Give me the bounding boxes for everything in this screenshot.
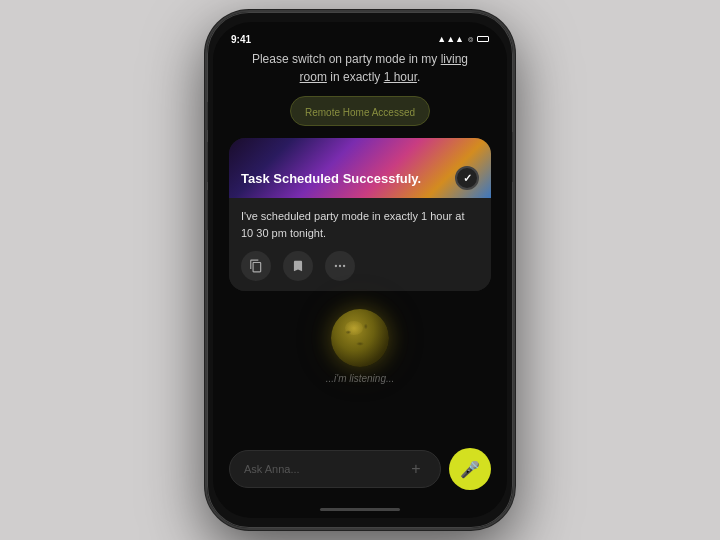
svg-point-1 [339,265,341,267]
microphone-icon: 🎤 [460,460,480,479]
home-indicator [213,500,507,518]
listening-container: ...i'm listening... [326,309,395,384]
message-duration: 1 hour [384,70,417,84]
task-check-icon: ✓ [455,166,479,190]
remote-home-pill: Remote Home Accessed [290,96,430,126]
message-middle: in exactly [327,70,384,84]
power-button [512,132,515,182]
content-area: Please switch on party mode in my living… [213,50,507,500]
more-button[interactable] [325,251,355,281]
phone-screen: 9:41 ▲▲▲ ⌾ Please switch on party mode i… [213,22,507,518]
status-icons: ▲▲▲ ⌾ [437,34,489,44]
top-message: Please switch on party mode in my living… [229,50,491,86]
copy-icon [249,259,263,273]
battery-icon [477,36,489,42]
orb-texture [331,309,389,367]
volume-up-button [205,142,208,182]
message-period: . [417,70,420,84]
mute-button [205,102,208,130]
bookmark-button[interactable] [283,251,313,281]
input-area: Ask Anna... + 🎤 [229,448,491,490]
wifi-icon: ⌾ [468,34,473,44]
task-card-actions [241,251,479,281]
text-input-container[interactable]: Ask Anna... + [229,450,441,488]
signal-icon: ▲▲▲ [437,34,464,44]
task-card: Task Scheduled Successfuly. ✓ I've sched… [229,138,491,291]
status-bar: 9:41 ▲▲▲ ⌾ [213,22,507,50]
svg-point-0 [335,265,337,267]
mic-button[interactable]: 🎤 [449,448,491,490]
volume-down-button [205,190,208,230]
phone-wrapper: 9:41 ▲▲▲ ⌾ Please switch on party mode i… [205,10,515,530]
task-card-title-row: Task Scheduled Successfuly. ✓ [241,166,479,190]
bookmark-icon [291,259,305,273]
add-button[interactable]: + [406,459,426,479]
task-card-header: Task Scheduled Successfuly. ✓ [229,138,491,198]
svg-point-2 [343,265,345,267]
remote-pill-label: Remote Home Accessed [305,107,415,118]
task-card-title: Task Scheduled Successfuly. [241,171,421,186]
listening-text: ...i'm listening... [326,373,395,384]
status-time: 9:41 [231,34,251,45]
checkmark: ✓ [463,172,472,185]
message-text: Please switch on party mode in my living… [237,50,483,86]
phone-frame: 9:41 ▲▲▲ ⌾ Please switch on party mode i… [205,10,515,530]
copy-button[interactable] [241,251,271,281]
more-icon [333,259,347,273]
add-icon: + [411,461,420,477]
task-card-body: I've scheduled party mode in exactly 1 h… [229,198,491,291]
message-before: Please switch on party mode in my [252,52,441,66]
task-description: I've scheduled party mode in exactly 1 h… [241,208,479,241]
listening-orb [331,309,389,367]
home-bar [320,508,400,511]
input-placeholder: Ask Anna... [244,463,400,475]
